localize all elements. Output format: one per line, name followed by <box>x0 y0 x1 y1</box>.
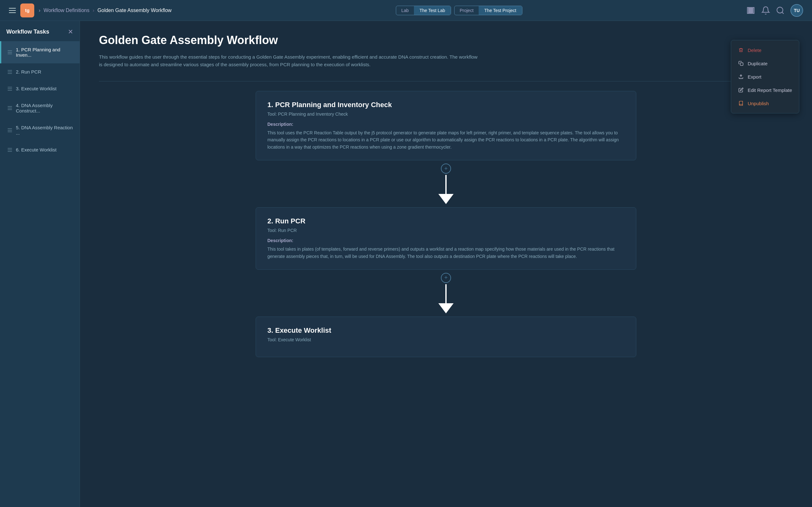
svg-rect-6 <box>740 63 743 66</box>
sidebar-item-label-2: 2. Run PCR <box>16 69 41 74</box>
export-icon <box>738 74 744 79</box>
arrow-shaft-1 <box>445 175 447 194</box>
workflow-description: This workflow guides the user through th… <box>99 53 479 68</box>
breadcrumb-current: Golden Gate Assembly Workflow <box>97 8 171 13</box>
drag-handle-2 <box>8 70 12 74</box>
task-2-description: This tool takes in plates (of templates,… <box>267 245 624 260</box>
arrow-shaft-2 <box>445 284 447 303</box>
context-menu-export[interactable]: Export <box>731 70 799 83</box>
task-1-tool: Tool: PCR Planning and Inventory Check <box>267 112 624 117</box>
edit-report-label: Edit Report Template <box>748 88 792 93</box>
connector-2-3: + <box>99 270 793 317</box>
arrow-head-1 <box>438 194 454 204</box>
divider <box>99 81 793 81</box>
lab-label: Lab <box>396 6 414 15</box>
svg-rect-3 <box>752 7 752 13</box>
connector-1-2: + <box>99 160 793 207</box>
project-value[interactable]: The Test Project <box>478 6 522 15</box>
logo-badge[interactable]: tg <box>20 3 34 17</box>
main-layout: Workflow Tasks ✕ 1. PCR Planning and Inv… <box>0 21 812 507</box>
sidebar-title: Workflow Tasks <box>6 29 49 35</box>
context-menu-duplicate[interactable]: Duplicate <box>731 57 799 70</box>
workflow-title: Golden Gate Assembly Workflow <box>99 34 793 47</box>
copy-icon <box>738 60 744 66</box>
pencil-icon <box>738 87 744 93</box>
task-2-title: 2. Run PCR <box>267 217 624 225</box>
delete-label: Delete <box>748 48 761 53</box>
sidebar-item-5[interactable]: 5. DNA Assembly Reaction ... <box>0 119 80 141</box>
barcode-icon[interactable] <box>747 6 756 15</box>
task-3-tool: Tool: Execute Worklist <box>267 337 624 342</box>
task-3-title: 3. Execute Worklist <box>267 326 624 335</box>
context-menu-delete[interactable]: Delete <box>731 43 799 57</box>
sidebar-item-label-1: 1. PCR Planning and Inven... <box>16 47 73 58</box>
task-1-description: This tool uses the PCR Reaction Table ou… <box>267 129 624 151</box>
breadcrumb: › Workflow Definitions › Golden Gate Ass… <box>39 8 171 13</box>
search-icon[interactable] <box>776 6 785 15</box>
project-pill-group[interactable]: Project The Test Project <box>454 6 522 15</box>
sidebar-item-3[interactable]: 3. Execute Worklist <box>0 80 80 97</box>
svg-rect-2 <box>751 7 751 13</box>
drag-handle-6 <box>8 148 12 152</box>
breadcrumb-chevron: › <box>39 8 40 13</box>
task-card-2: 2. Run PCR Tool: Run PCR Description: Th… <box>256 207 636 270</box>
task-1-desc-label: Description: <box>267 122 624 127</box>
task-2-tool: Tool: Run PCR <box>267 228 624 233</box>
task-1-tool-name: PCR Planning and Inventory Check <box>278 112 348 117</box>
main-content: Delete Duplicate Export <box>80 21 812 507</box>
task-card-1: 1. PCR Planning and Inventory Check Tool… <box>256 91 636 160</box>
nav-center: Lab The Test Lab Project The Test Projec… <box>396 6 522 15</box>
sidebar-item-2[interactable]: 2. Run PCR <box>0 63 80 80</box>
arrow-head-2 <box>438 303 454 314</box>
sidebar-item-1[interactable]: 1. PCR Planning and Inven... <box>0 41 80 63</box>
task-1-title: 1. PCR Planning and Inventory Check <box>267 101 624 109</box>
duplicate-label: Duplicate <box>748 61 768 66</box>
context-menu-edit-report[interactable]: Edit Report Template <box>731 83 799 97</box>
svg-point-5 <box>777 7 783 13</box>
task-2-tool-label: Tool: <box>267 228 277 233</box>
trash-icon <box>738 47 744 53</box>
drag-handle-1 <box>8 50 12 54</box>
hamburger-menu[interactable] <box>9 8 16 13</box>
sidebar-item-label-5: 5. DNA Assembly Reaction ... <box>16 125 73 135</box>
lab-value[interactable]: The Test Lab <box>414 6 451 15</box>
breadcrumb-sep: › <box>93 8 94 13</box>
sidebar-item-label-4: 4. DNA Assembly Construct... <box>16 103 73 113</box>
task-2-tool-name: Run PCR <box>278 228 297 233</box>
context-menu-unpublish[interactable]: Unpublish <box>731 97 799 110</box>
book-icon <box>738 101 744 106</box>
project-label: Project <box>455 6 478 15</box>
task-card-3: 3. Execute Worklist Tool: Execute Workli… <box>256 317 636 357</box>
context-menu: Delete Duplicate Export <box>731 40 799 113</box>
sidebar-item-4[interactable]: 4. DNA Assembly Construct... <box>0 97 80 119</box>
sidebar-item-label-6: 6. Execute Worklist <box>16 147 56 153</box>
breadcrumb-workflow-definitions[interactable]: Workflow Definitions <box>44 8 90 13</box>
lab-pill-group[interactable]: Lab The Test Lab <box>396 6 451 15</box>
sidebar-item-6[interactable]: 6. Execute Worklist <box>0 141 80 158</box>
task-3-tool-label: Tool: <box>267 337 277 342</box>
export-label: Export <box>748 74 761 79</box>
sidebar-header: Workflow Tasks ✕ <box>0 21 80 41</box>
add-task-button-2[interactable]: + <box>441 273 451 283</box>
task-1-tool-label: Tool: <box>267 112 277 117</box>
top-nav: tg › Workflow Definitions › Golden Gate … <box>0 0 812 21</box>
avatar[interactable]: TU <box>791 4 803 17</box>
sidebar-close-button[interactable]: ✕ <box>68 28 73 36</box>
drag-handle-4 <box>8 106 12 110</box>
nav-left: tg › Workflow Definitions › Golden Gate … <box>9 3 171 17</box>
drag-handle-5 <box>8 128 12 132</box>
drag-handle-3 <box>8 87 12 91</box>
svg-rect-0 <box>747 7 749 13</box>
task-3-tool-name: Execute Worklist <box>278 337 311 342</box>
svg-rect-1 <box>749 7 750 13</box>
add-task-button-1[interactable]: + <box>441 164 451 174</box>
sidebar: Workflow Tasks ✕ 1. PCR Planning and Inv… <box>0 21 80 507</box>
unpublish-label: Unpublish <box>748 101 769 106</box>
task-2-desc-label: Description: <box>267 238 624 243</box>
notification-icon[interactable] <box>761 6 770 15</box>
svg-rect-4 <box>753 7 754 13</box>
nav-right: TU <box>747 4 803 17</box>
sidebar-item-label-3: 3. Execute Worklist <box>16 86 56 91</box>
